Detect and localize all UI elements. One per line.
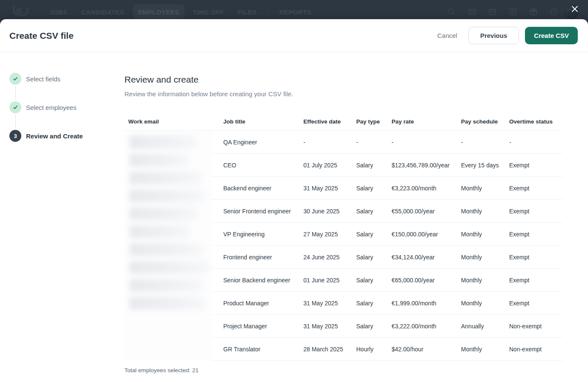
step-complete-check-icon [9,73,21,85]
redacted-email-column [124,131,213,361]
help-icon[interactable]: ? [550,8,558,16]
nav-item-timeoff[interactable]: TIME OFF [188,4,229,20]
pay-schedule-cell: Monthly [457,346,505,353]
effective-date-cell: - [300,139,352,146]
step-number-badge: 3 [9,130,21,142]
overtime-status-cell: Exempt [505,185,562,192]
reports-icon[interactable] [509,8,517,16]
wizard-steps: Select fields Select employees 3 Review … [0,52,124,373]
step-select-fields[interactable]: Select fields [9,73,124,85]
column-header-overtime-status: Overtime status [505,118,562,125]
pay-schedule-cell: Monthly [457,231,505,238]
job-title-cell: Product Manager [219,300,300,307]
pay-rate-cell: $42.00/hour [388,346,457,353]
modal-body: Select fields Select employees 3 Review … [0,52,588,373]
search-icon[interactable] [447,8,456,16]
overtime-status-cell: Exempt [505,162,562,169]
nav-menu: JOBS CANDIDATES EMPLOYEES TIME OFF FILES… [44,4,317,20]
modal-title: Create CSV file [9,31,74,41]
redacted-email [130,243,202,256]
table-header-row: Work email Job title Effective date Pay … [124,113,562,131]
workable-logo-icon[interactable] [12,5,32,19]
effective-date-cell: 01 July 2025 [300,162,352,169]
job-title-cell: GR Translator [219,346,300,353]
step-review-and-create[interactable]: 3 Review and Create [9,130,124,142]
pay-rate-cell: €3,222.00/month [388,323,457,330]
step-connector [15,86,16,100]
nav-item-reports[interactable]: REPORTS [274,4,316,20]
pay-rate-cell: €65,000.00/year [388,277,457,284]
redacted-email [130,172,201,184]
job-title-cell: Frontend engineer [219,254,300,261]
overtime-status-cell: Non-exempt [505,323,562,330]
cancel-button[interactable]: Cancel [432,28,462,43]
step-select-employees[interactable]: Select employees [9,101,124,113]
step-label: Review and Create [26,132,83,140]
review-panel: Review and create Review the information… [124,52,588,373]
pay-rate-cell: €34,124.00/year [388,254,457,261]
gift-icon[interactable] [529,8,538,16]
effective-date-cell: 31 May 2025 [300,300,352,307]
mail-icon[interactable] [468,8,476,16]
nav-item-employees[interactable]: EMPLOYEES [133,4,184,20]
job-title-cell: Senior Frontend engineer [219,208,300,215]
pay-schedule-cell: Monthly [457,208,505,215]
pay-schedule-cell: Annually [457,323,505,330]
effective-date-cell: 30 June 2025 [300,208,352,215]
pay-type-cell: Hourly [352,346,388,353]
page-title: Review and create [124,75,562,85]
pay-type-cell: Salary [352,208,388,215]
column-header-pay-schedule: Pay schedule [457,118,505,125]
redacted-email [130,225,190,238]
nav-item-files[interactable]: FILES [233,4,262,20]
step-label: Select fields [26,75,61,83]
pay-schedule-cell: Monthly [457,300,505,307]
step-label: Select employees [26,104,76,111]
pay-schedule-cell: Monthly [457,185,505,192]
effective-date-cell: 27 May 2025 [300,231,352,238]
overtime-status-cell: Exempt [505,277,562,284]
nav-item-candidates[interactable]: CANDIDATES [76,4,129,20]
job-title-cell: Senior Backend engineer [219,277,300,284]
page-subtitle: Review the information below before crea… [124,90,562,98]
redacted-email [130,279,203,292]
job-title-cell: VP Engineering [219,231,300,238]
calendar-icon[interactable] [488,8,497,16]
pay-schedule-cell: Monthly [457,277,505,284]
close-icon[interactable] [569,3,580,14]
pay-schedule-cell: Monthly [457,254,505,261]
redacted-email [130,154,188,167]
pay-schedule-cell: Every 15 days [457,162,505,169]
redacted-email [130,136,197,149]
job-title-cell: Backend engineer [219,185,300,192]
effective-date-cell: 01 June 2025 [300,277,352,284]
overtime-status-cell: Exempt [505,254,562,261]
job-title-cell: Project Manager [219,323,300,330]
pay-schedule-cell: - [457,139,505,146]
svg-text:?: ? [553,10,555,14]
redacted-email [130,297,205,310]
create-csv-button[interactable]: Create CSV [525,27,578,44]
column-header-job-title: Job title [219,118,300,125]
column-header-pay-type: Pay type [352,118,388,125]
pay-type-cell: Salary [352,323,388,330]
pay-rate-cell: - [388,139,457,146]
job-title-cell: QA Engineer [219,139,300,146]
column-header-pay-rate: Pay rate [388,118,457,125]
effective-date-cell: 31 May 2025 [300,185,352,192]
overtime-status-cell: Exempt [505,231,562,238]
pay-type-cell: Salary [352,300,388,307]
previous-button[interactable]: Previous [468,27,519,44]
overtime-status-cell: Exempt [505,300,562,307]
nav-item-jobs[interactable]: JOBS [44,4,72,20]
redacted-email [130,190,205,202]
pay-type-cell: Salary [352,185,388,192]
column-header-effective-date: Effective date [300,118,352,125]
step-complete-check-icon [9,101,21,113]
modal-header: Create CSV file Cancel Previous Create C… [0,19,588,52]
nav-divider [268,7,268,17]
column-header-work-email: Work email [124,118,219,125]
pay-rate-cell: €1,999.00/month [388,300,457,307]
table-body: QA Engineer - - - - - CEO 01 July 2025 S… [124,131,562,361]
pay-rate-cell: €150,000.00/year [388,231,457,238]
